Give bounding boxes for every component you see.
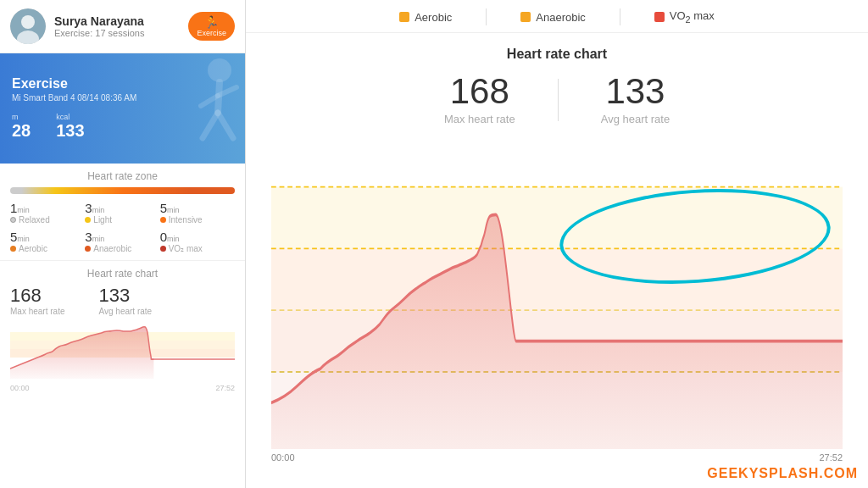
svg-line-6 [218, 113, 233, 138]
zone-relaxed: 1min Relaxed [10, 201, 85, 225]
main-chart-time-end: 27:52 [819, 452, 843, 463]
svg-point-1 [21, 15, 35, 29]
zone-aerobic: 5min Aerobic [10, 230, 85, 253]
distance-stat: m 28 [12, 113, 31, 141]
hr-chart-section: Heart rate chart 168 Max heart rate 133 … [0, 261, 245, 488]
chart-time-start: 00:00 [10, 384, 30, 392]
avg-hr-value: 133 [98, 285, 152, 307]
calories-stat: kcal 133 [56, 113, 84, 141]
legend-bar: Aerobic Anaerobic VO2 max [246, 0, 868, 33]
hr-zone-bar [10, 187, 235, 194]
anaerobic-dot [520, 12, 531, 22]
zone-light: 3min Light [85, 201, 159, 225]
exercise-banner: Exercise Mi Smart Band 4 08/14 08:36 AM … [0, 53, 245, 164]
hr-stats-row: 168 Max heart rate 133 Avg heart rate [10, 285, 235, 316]
legend-anaerobic: Anaerobic [520, 11, 586, 24]
watermark: GEEKYSPLASH.COM [707, 466, 858, 481]
hr-zone-title: Heart rate zone [10, 170, 235, 182]
chart-area: Heart rate chart 168 Max heart rate 133 … [246, 33, 868, 488]
chart-time-row: 00:00 27:52 [271, 452, 843, 463]
vo2max-label: VO2 max [670, 9, 715, 25]
legend-vo2max: VO2 max [654, 9, 715, 25]
chart-time-end: 27:52 [215, 384, 235, 392]
chart-max-hr-label: Max heart rate [444, 113, 515, 125]
distance-label: m [12, 113, 31, 121]
legend-aerobic: Aerobic [399, 11, 452, 24]
main-chart-time-start: 00:00 [271, 452, 295, 463]
aerobic-label: Aerobic [415, 11, 452, 24]
calories-label: kcal [56, 113, 84, 121]
chart-avg-hr: 133 Avg heart rate [559, 74, 712, 125]
mini-chart [10, 319, 235, 379]
chart-max-hr-value: 168 [444, 74, 515, 109]
profile-info: Surya Narayana Exercise: 17 sessions [54, 14, 180, 38]
watermark-part1: GEEKY [707, 466, 759, 480]
chart-main-title: Heart rate chart [271, 47, 843, 62]
profile-subtitle: Exercise: 17 sessions [54, 28, 180, 38]
chart-svg-container [271, 141, 843, 449]
svg-point-3 [208, 58, 231, 82]
exercise-badge-label: Exercise [197, 29, 226, 37]
exercise-badge-icon: 🏃 [204, 15, 219, 29]
svg-rect-19 [271, 248, 843, 310]
chart-stats-row: 168 Max heart rate 133 Avg heart rate [271, 74, 843, 125]
avg-hr-stat: 133 Avg heart rate [98, 285, 152, 316]
right-panel: Aerobic Anaerobic VO2 max Heart rate cha… [246, 0, 868, 488]
svg-line-5 [203, 113, 218, 138]
legend-sep-1 [486, 8, 487, 25]
avg-hr-label: Avg heart rate [98, 307, 152, 316]
anaerobic-label: Anaerobic [536, 11, 586, 24]
vo2max-dot [654, 12, 665, 22]
profile-name: Surya Narayana [54, 14, 180, 28]
avatar [10, 8, 46, 44]
chart-avg-hr-label: Avg heart rate [601, 113, 670, 125]
hr-chart-title: Heart rate chart [10, 268, 235, 280]
watermark-suffix: .COM [819, 466, 858, 480]
svg-rect-18 [271, 187, 843, 249]
main-chart-svg [271, 141, 843, 449]
calories-value: 133 [56, 121, 84, 141]
chart-avg-hr-value: 133 [601, 74, 670, 109]
zone-anaerobic: 3min Anaerobic [85, 230, 159, 253]
mini-chart-time: 00:00 27:52 [10, 384, 235, 392]
max-hr-value: 168 [10, 285, 64, 307]
heart-rate-zone-section: Heart rate zone 1min Relaxed 3min Light … [0, 164, 245, 261]
max-hr-label: Max heart rate [10, 307, 64, 316]
aerobic-dot [399, 12, 409, 22]
zone-vo2max: 0min VO₂ max [160, 230, 235, 253]
max-hr-stat: 168 Max heart rate [10, 285, 64, 316]
zone-intensive: 5min Intensive [160, 201, 235, 225]
chart-max-hr: 168 Max heart rate [402, 74, 558, 125]
left-panel: Surya Narayana Exercise: 17 sessions 🏃 E… [0, 0, 246, 488]
profile-header: Surya Narayana Exercise: 17 sessions 🏃 E… [0, 0, 245, 53]
watermark-part2: SPLASH [759, 466, 819, 480]
hr-zone-grid: 1min Relaxed 3min Light 5min Intensive 5… [10, 201, 235, 253]
exercise-badge[interactable]: 🏃 Exercise [188, 12, 235, 41]
distance-value: 28 [12, 121, 31, 141]
legend-sep-2 [620, 8, 620, 25]
